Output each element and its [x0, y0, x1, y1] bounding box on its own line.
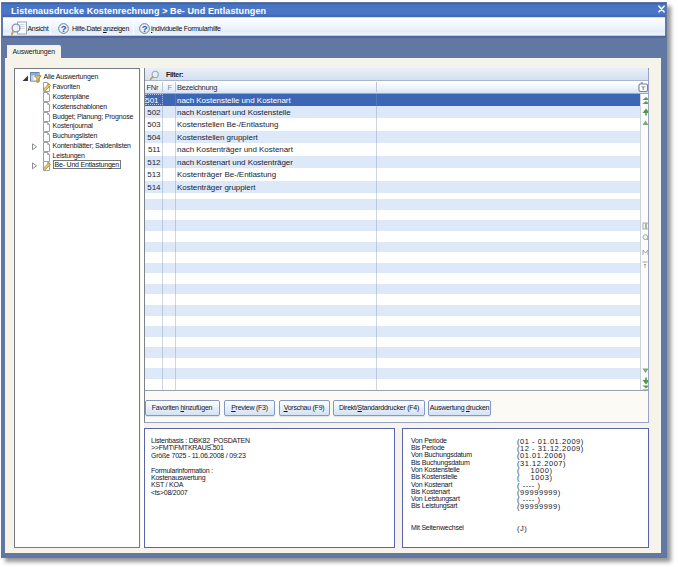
svg-text:?: ?: [142, 23, 148, 34]
svg-text:?: ?: [61, 23, 67, 34]
